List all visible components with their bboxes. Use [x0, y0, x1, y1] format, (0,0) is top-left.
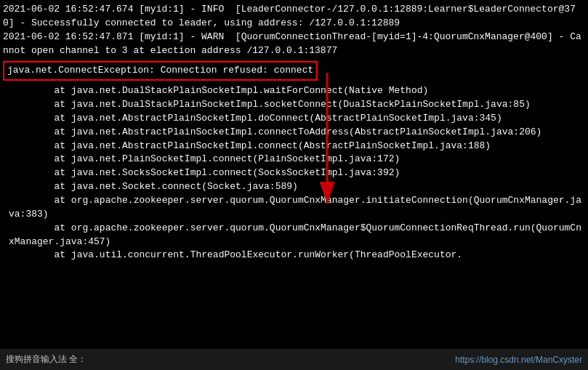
stack-line-9: at org.apache.zookeeper.server.quorum.Qu…: [9, 194, 585, 222]
stack-line-2: at java.net.DualStackPlainSocketImpl.soc…: [9, 98, 585, 112]
terminal-output: 2021-06-02 16:52:47.674 [myid:1] - INFO …: [0, 0, 588, 349]
exception-message: java.net.ConnectException: Connection re…: [3, 61, 318, 81]
stack-line-11: at java.util.concurrent.ThreadPoolExecut…: [9, 249, 585, 262]
stack-line-6: at java.net.PlainSocketImpl.connect(Plai…: [9, 153, 585, 166]
blog-url: https://blog.csdn.net/ManCxyster: [455, 355, 582, 365]
bottom-bar: 搜狗拼音输入法 全： https://blog.csdn.net/ManCxys…: [0, 349, 588, 370]
ime-status: 搜狗拼音输入法 全：: [6, 353, 86, 366]
stacktrace-container: at java.net.DualStackPlainSocketImpl.wai…: [3, 84, 585, 262]
stack-line-3: at java.net.AbstractPlainSocketImpl.doCo…: [9, 112, 585, 126]
stack-line-10: at org.apache.zookeeper.server.quorum.Qu…: [9, 222, 585, 249]
stack-line-8: at java.net.Socket.connect(Socket.java:5…: [9, 180, 585, 194]
stack-line-5: at java.net.AbstractPlainSocketImpl.conn…: [9, 140, 585, 153]
log-line-1: 2021-06-02 16:52:47.674 [myid:1] - INFO …: [3, 3, 585, 31]
stack-line-4: at java.net.AbstractPlainSocketImpl.conn…: [9, 126, 585, 140]
log-line-2: 2021-06-02 16:52:47.871 [myid:1] - WARN …: [3, 31, 585, 58]
stack-line-7: at java.net.SocksSocketImpl.connect(Sock…: [9, 166, 585, 180]
stack-line-1: at java.net.DualStackPlainSocketImpl.wai…: [9, 84, 585, 98]
exception-wrapper: java.net.ConnectException: Connection re…: [3, 60, 585, 82]
